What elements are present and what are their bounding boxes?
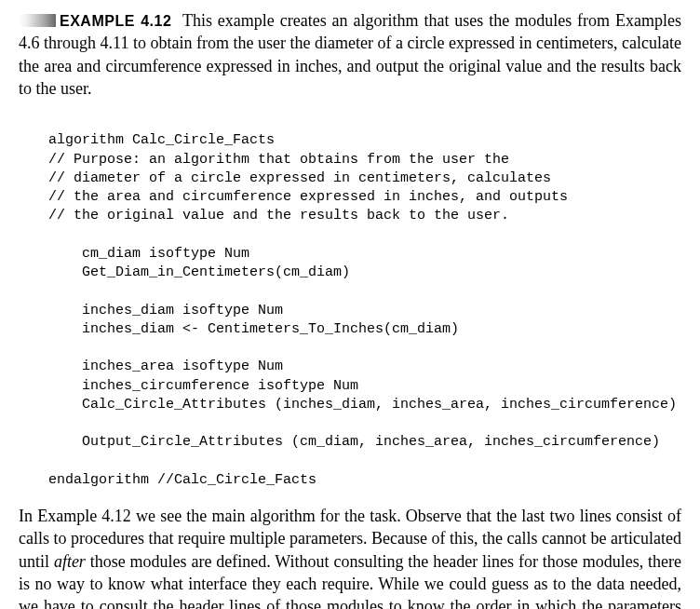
code-line: inches_area isoftype Num (48, 359, 283, 374)
intro-paragraph: EXAMPLE 4.12 This example creates an alg… (19, 9, 681, 100)
code-line: // the area and circumference expressed … (48, 189, 568, 205)
code-line: // the original value and the results ba… (48, 208, 509, 223)
code-line: Output_Circle_Attributes (cm_diam, inche… (48, 434, 660, 450)
code-line: cm_diam isoftype Num (48, 246, 249, 262)
code-line: // Purpose: an algorithm that obtains fr… (48, 152, 509, 168)
code-line: Get_Diam_in_Centimeters(cm_diam) (48, 264, 350, 280)
code-line: // diameter of a circle expressed in cen… (48, 170, 551, 186)
outro-italic: after (54, 552, 86, 571)
code-line: inches_diam isoftype Num (48, 303, 283, 318)
code-line: inches_diam <- Centimeters_To_Inches(cm_… (48, 321, 459, 337)
code-block: algorithm Calc_Circle_Facts // Purpose: … (48, 113, 681, 490)
gradient-marker-icon (19, 14, 56, 27)
code-line: endalgorithm //Calc_Circle_Facts (48, 472, 316, 488)
outro-paragraph: In Example 4.12 we see the main algorith… (19, 505, 681, 609)
outro-text-2: those modules are defined. Without consu… (19, 552, 681, 609)
example-label: EXAMPLE 4.12 (60, 13, 171, 29)
code-line: algorithm Calc_Circle_Facts (48, 132, 275, 148)
code-line: inches_circumference isoftype Num (48, 378, 358, 394)
code-line: Calc_Circle_Attributes (inches_diam, inc… (48, 397, 677, 413)
